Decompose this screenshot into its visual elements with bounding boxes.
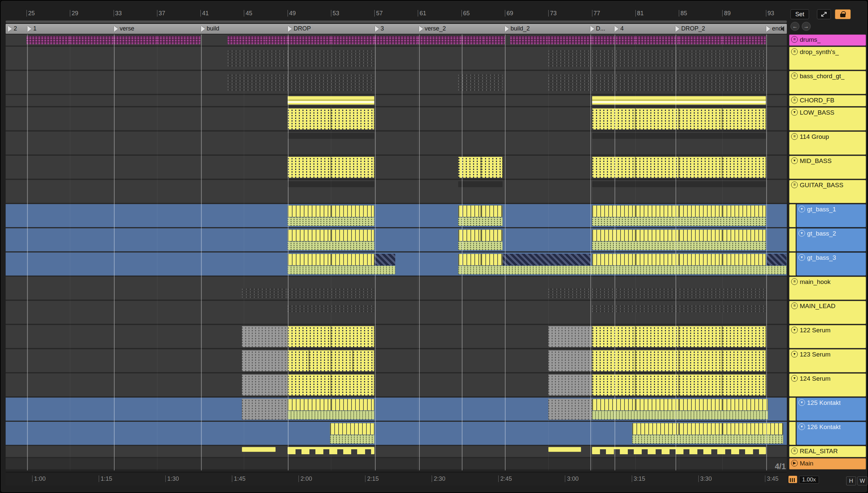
clip-gt-bass-1[interactable] bbox=[481, 206, 503, 217]
locator-verse[interactable]: verse bbox=[114, 25, 134, 32]
clip-gt-bass-1[interactable] bbox=[592, 206, 635, 217]
clip-low-bass[interactable] bbox=[287, 108, 331, 130]
clip-122-serum[interactable] bbox=[592, 326, 635, 347]
menu-icon[interactable]: ≡ bbox=[791, 48, 798, 55]
clip-gt-bass-2[interactable] bbox=[287, 230, 331, 241]
clip-gt-bass-3[interactable] bbox=[374, 254, 395, 265]
locator-build-2[interactable]: build_2 bbox=[505, 25, 530, 32]
track-header-low-bass[interactable]: ▾LOW_BASS bbox=[789, 107, 866, 131]
clip-real-sitar[interactable] bbox=[548, 447, 581, 452]
track-lane-drums[interactable] bbox=[6, 35, 787, 46]
clip-124-serum[interactable] bbox=[242, 374, 287, 395]
clip-gt-bass-2[interactable] bbox=[722, 230, 766, 241]
menu-icon[interactable]: ≡ bbox=[791, 72, 798, 79]
clip-bass-chord-gt[interactable] bbox=[227, 74, 374, 91]
clip-drums[interactable] bbox=[418, 36, 461, 44]
clip-guitar-bass[interactable] bbox=[287, 181, 375, 187]
clip-drums[interactable] bbox=[70, 36, 113, 44]
clip-124-serum[interactable] bbox=[287, 374, 331, 395]
clip-drums[interactable] bbox=[510, 36, 548, 44]
clip-123-serum[interactable] bbox=[309, 350, 331, 371]
collapse-icon[interactable]: ▾ bbox=[791, 327, 798, 333]
menu-icon[interactable]: ≡ bbox=[791, 133, 798, 140]
collapse-icon[interactable]: ▾ bbox=[798, 254, 805, 261]
clip-mid-bass[interactable] bbox=[481, 157, 503, 178]
play-icon[interactable]: ▶ bbox=[791, 460, 798, 467]
clip-126-kontakt[interactable] bbox=[330, 435, 375, 444]
clip-mid-bass[interactable] bbox=[635, 157, 679, 178]
menu-icon[interactable]: ≡ bbox=[791, 181, 798, 188]
clip-drums[interactable] bbox=[266, 36, 287, 44]
midi-indicator-icon[interactable] bbox=[788, 476, 797, 483]
locator-3[interactable]: 3 bbox=[375, 25, 384, 32]
nav-forward-button[interactable]: → bbox=[802, 22, 811, 31]
collapse-icon[interactable]: ▾ bbox=[798, 424, 805, 430]
clip-125-kontakt[interactable] bbox=[592, 411, 768, 420]
track-header-chord-fb[interactable]: ≡CHORD_FB bbox=[789, 95, 866, 106]
horizontal-scrollbar[interactable] bbox=[6, 21, 787, 23]
clip-125-kontakt[interactable] bbox=[287, 399, 331, 410]
track-header-bass-chord-gt[interactable]: ≡bass_chord_gt_ bbox=[789, 71, 866, 94]
locator-d[interactable]: D... bbox=[590, 25, 605, 32]
menu-icon[interactable]: ≡ bbox=[791, 36, 798, 43]
clip-gt-bass-2[interactable] bbox=[592, 230, 635, 241]
clip-gt-bass-1[interactable] bbox=[287, 217, 375, 226]
collapse-icon[interactable]: ▾ bbox=[791, 375, 798, 382]
locator-build[interactable]: build bbox=[201, 25, 219, 32]
locator-1[interactable]: 1 bbox=[27, 25, 37, 32]
track-lane-124-serum[interactable] bbox=[6, 373, 787, 396]
track-lane-main-lead[interactable] bbox=[6, 301, 787, 324]
clip-mid-bass[interactable] bbox=[287, 157, 331, 178]
clip-low-bass[interactable] bbox=[635, 108, 679, 130]
clip-125-kontakt[interactable] bbox=[548, 399, 592, 420]
track-header-gt-bass-1[interactable]: ▾gt_bass_1 bbox=[797, 204, 866, 227]
clip-main-hook[interactable] bbox=[548, 288, 592, 298]
set-button[interactable]: Set bbox=[790, 9, 809, 19]
clip-drums[interactable] bbox=[722, 36, 766, 44]
clip-122-serum[interactable] bbox=[287, 326, 331, 347]
clip-122-serum[interactable] bbox=[635, 326, 679, 347]
track-lane-122-serum[interactable] bbox=[6, 325, 787, 348]
locator-end[interactable]: end bbox=[766, 25, 782, 32]
expand-icon-button[interactable] bbox=[817, 9, 831, 19]
clip-gt-bass-3[interactable] bbox=[503, 254, 591, 265]
collapse-icon[interactable]: ▾ bbox=[798, 399, 805, 406]
clip-gt-bass-3[interactable] bbox=[458, 254, 481, 265]
track-width-button[interactable]: W bbox=[858, 476, 867, 485]
clip-125-kontakt[interactable] bbox=[722, 399, 768, 410]
clip-123-serum[interactable] bbox=[722, 350, 766, 371]
track-header-gt-bass-3[interactable]: ▾gt_bass_3 bbox=[797, 253, 866, 276]
clip-125-kontakt[interactable] bbox=[331, 399, 374, 410]
clip-gt-bass-2[interactable] bbox=[458, 230, 481, 241]
clip-gt-bass-1[interactable] bbox=[331, 206, 374, 217]
clip-gt-bass-2[interactable] bbox=[481, 230, 503, 241]
clip-gt-bass-2[interactable] bbox=[458, 241, 503, 251]
track-header-mid-bass[interactable]: ▾MID_BASS bbox=[789, 156, 866, 179]
clip-main-hook[interactable] bbox=[287, 288, 375, 298]
clip-123-serum[interactable] bbox=[635, 350, 679, 371]
clip-drums[interactable] bbox=[374, 36, 418, 44]
clip-gt-bass-2[interactable] bbox=[635, 230, 679, 241]
clip-bass-chord-gt[interactable] bbox=[548, 74, 766, 91]
clip-main-hook[interactable] bbox=[242, 288, 287, 298]
clip-guitar-bass[interactable] bbox=[458, 181, 503, 187]
track-lane-drop-synth-s[interactable] bbox=[6, 47, 787, 70]
track-header-126-kontakt[interactable]: ▾126 Kontakt bbox=[797, 422, 866, 445]
clip-low-bass[interactable] bbox=[331, 108, 374, 130]
clip-126-kontakt[interactable] bbox=[632, 435, 783, 444]
clip-124-serum[interactable] bbox=[679, 374, 722, 395]
track-lane-126-kontakt[interactable] bbox=[6, 422, 787, 445]
clip-drums[interactable] bbox=[679, 36, 722, 44]
clip-126-kontakt[interactable] bbox=[632, 423, 679, 435]
clip-low-bass[interactable] bbox=[592, 108, 635, 130]
clip-mid-bass[interactable] bbox=[679, 157, 722, 178]
clip-114-group[interactable] bbox=[592, 133, 766, 139]
track-header-125-kontakt[interactable]: ▾125 Kontakt bbox=[797, 398, 866, 421]
menu-icon[interactable]: ≡ bbox=[791, 278, 798, 285]
collapse-icon[interactable]: ▾ bbox=[791, 157, 798, 164]
clip-real-sitar[interactable] bbox=[592, 447, 766, 454]
clip-122-serum[interactable] bbox=[548, 326, 592, 347]
track-lane-gt-bass-1[interactable] bbox=[6, 204, 787, 227]
clip-125-kontakt[interactable] bbox=[635, 399, 679, 410]
beat-time-ruler[interactable]: 252933374145495357616569737781858993 bbox=[6, 8, 787, 20]
